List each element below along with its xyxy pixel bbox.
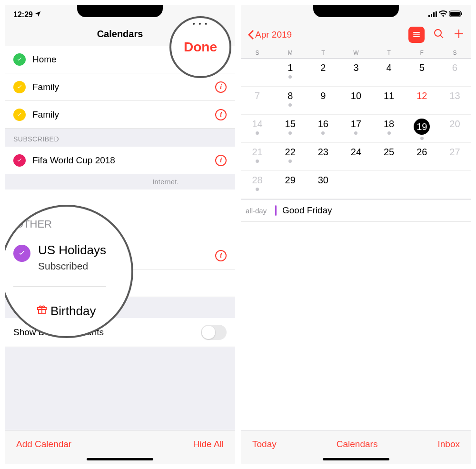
info-icon[interactable]: i — [215, 250, 227, 261]
signal-icon — [428, 10, 437, 19]
svg-rect-4 — [433, 12, 435, 17]
plus-icon — [453, 28, 465, 40]
day-cell[interactable]: 20 — [438, 115, 471, 142]
day-cell[interactable]: 2 — [307, 59, 339, 86]
home-indicator — [87, 458, 153, 460]
day-cell[interactable]: 27 — [438, 143, 471, 170]
info-icon[interactable]: i — [215, 81, 227, 93]
chevron-left-icon — [248, 30, 254, 40]
battery-icon — [449, 10, 463, 19]
view-toggle-button[interactable] — [408, 27, 425, 43]
event-row[interactable]: all-day Good Friday — [241, 200, 471, 222]
check-icon — [13, 154, 26, 167]
day-cell[interactable]: 25 — [373, 143, 406, 170]
day-cell[interactable]: 7 — [241, 87, 274, 114]
hide-all-button[interactable]: Hide All — [193, 439, 224, 449]
day-cell[interactable] — [339, 171, 372, 199]
day-cell[interactable]: 11 — [373, 87, 406, 114]
calendar-row-fifa[interactable]: Fifa World Cup 2018 i — [5, 147, 235, 174]
svg-line-13 — [440, 35, 443, 38]
day-cell[interactable]: 8 — [274, 87, 307, 114]
day-cell[interactable] — [406, 171, 438, 199]
svg-point-12 — [435, 30, 441, 36]
search-button[interactable] — [433, 28, 445, 41]
day-cell[interactable]: 14 — [241, 115, 274, 142]
event-title: Good Friday — [282, 205, 332, 216]
info-icon[interactable]: i — [215, 109, 227, 120]
check-icon — [13, 53, 26, 66]
day-cell[interactable]: 13 — [438, 87, 471, 114]
magnifier-done: • • • Done — [169, 16, 231, 78]
svg-rect-7 — [450, 12, 460, 16]
day-cell[interactable]: 17 — [339, 115, 372, 142]
day-cell[interactable]: 24 — [339, 143, 372, 170]
calendars-button[interactable]: Calendars — [337, 439, 378, 449]
svg-rect-10 — [413, 34, 420, 35]
day-cell[interactable]: 15 — [274, 115, 307, 142]
screenshot-left: 12:29 Calendars Done Home i Family i — [5, 5, 235, 464]
day-cell[interactable]: 19 — [406, 115, 438, 142]
search-icon — [433, 28, 445, 40]
add-button[interactable] — [453, 28, 465, 41]
month-grid[interactable]: 1234567891011121314151617181920212223242… — [241, 59, 471, 199]
subscribed-note: Internet. — [5, 174, 235, 190]
calendar-name: Fifa World Cup 2018 — [32, 155, 215, 166]
day-cell[interactable]: 12 — [406, 87, 438, 114]
notch-left — [77, 5, 163, 17]
svg-rect-3 — [431, 14, 432, 17]
check-icon — [13, 109, 26, 121]
day-cell[interactable]: 16 — [307, 115, 339, 142]
day-cell[interactable] — [373, 171, 406, 199]
bottom-bar-right: Today Calendars Inbox — [241, 430, 471, 458]
day-cell[interactable]: 10 — [339, 87, 372, 114]
day-cell[interactable]: 9 — [307, 87, 339, 114]
day-cell[interactable]: 1 — [274, 59, 307, 86]
gift-icon — [36, 304, 48, 319]
location-icon — [35, 10, 41, 19]
day-cell[interactable]: 4 — [373, 59, 406, 86]
back-button[interactable]: Apr 2019 — [248, 30, 292, 40]
day-cell[interactable] — [438, 171, 471, 199]
inbox-button[interactable]: Inbox — [438, 439, 460, 449]
notch-right — [313, 5, 399, 17]
calendar-row-family2[interactable]: Family i — [5, 101, 235, 129]
check-icon — [13, 245, 30, 262]
magnifier-holidays: OTHER US Holidays Subscribed Birthday — [5, 205, 133, 338]
screenshot-right: Apr 2019 S M T W T F S 12345678910111213… — [241, 5, 471, 464]
calendar-name: Family — [32, 110, 215, 120]
add-calendar-button[interactable]: Add Calendar — [16, 439, 71, 449]
day-cell[interactable] — [241, 59, 274, 86]
toggle-switch[interactable] — [201, 325, 227, 340]
day-cell[interactable]: 21 — [241, 143, 274, 170]
today-button[interactable]: Today — [252, 439, 277, 449]
day-cell[interactable]: 18 — [373, 115, 406, 142]
mag-birthday-row: Birthday — [13, 304, 96, 319]
day-cell[interactable]: 6 — [438, 59, 471, 86]
svg-rect-5 — [436, 11, 437, 17]
day-cell[interactable]: 26 — [406, 143, 438, 170]
allday-label: all-day — [246, 205, 275, 216]
status-time: 12:29 — [13, 10, 33, 19]
day-cell[interactable]: 5 — [406, 59, 438, 86]
day-cell[interactable]: 3 — [339, 59, 372, 86]
weekday-row: S M T W T F S — [241, 48, 471, 59]
calendar-name: Family — [32, 82, 215, 92]
magnified-done-label: Done — [184, 40, 217, 55]
check-icon — [13, 81, 26, 93]
list-day-icon — [412, 30, 421, 39]
svg-rect-8 — [461, 12, 462, 15]
day-cell[interactable]: 22 — [274, 143, 307, 170]
info-icon[interactable]: i — [215, 155, 227, 166]
day-cell[interactable]: 30 — [307, 171, 339, 199]
wifi-icon — [439, 10, 447, 19]
mag-holiday-sub: Subscribed — [38, 260, 106, 272]
day-cell[interactable]: 23 — [307, 143, 339, 170]
nav-header-right: Apr 2019 — [241, 22, 471, 48]
svg-rect-11 — [413, 36, 420, 37]
bottom-bar-left: Add Calendar Hide All — [5, 430, 235, 458]
day-cell[interactable]: 28 — [241, 171, 274, 199]
home-indicator — [323, 458, 389, 460]
event-divider — [275, 205, 277, 216]
day-cell[interactable]: 29 — [274, 171, 307, 199]
nav-title: Calendars — [97, 29, 143, 40]
